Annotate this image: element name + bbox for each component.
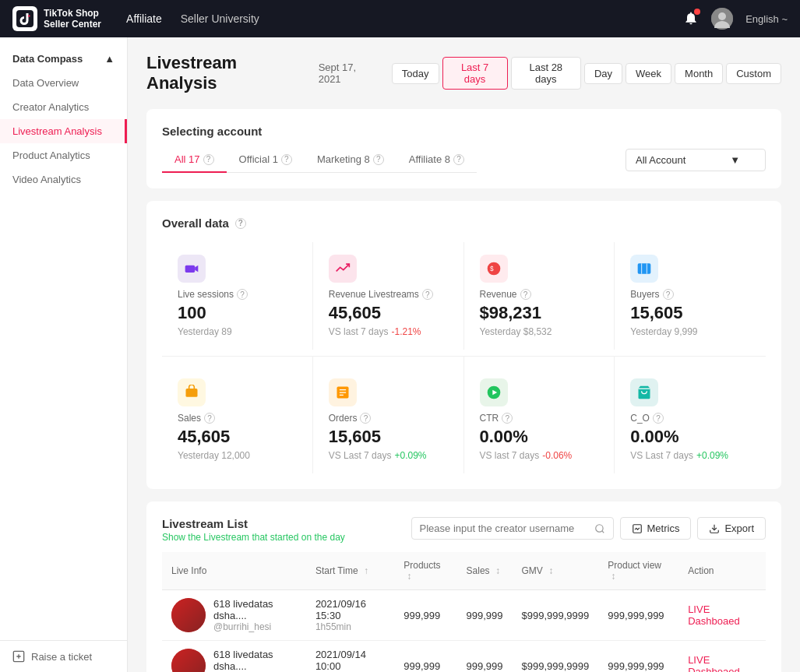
table-body: 618 livedatas dsha.... @burrihi_hesi 202…: [162, 590, 766, 673]
ctr-value: 0.00%: [480, 427, 599, 447]
sort-start-time-icon: ↑: [364, 565, 368, 576]
account-tab-marketing[interactable]: Marketing 8 ?: [305, 147, 396, 173]
filter-month[interactable]: Month: [675, 63, 723, 84]
dashboard-link[interactable]: LIVE Dashboaed: [688, 603, 740, 627]
help-icon-all[interactable]: ?: [203, 154, 214, 165]
help-icon-buyers[interactable]: ?: [663, 289, 674, 300]
sales-label: Sales: [178, 413, 201, 424]
selecting-account-title: Selecting account: [162, 125, 766, 138]
buyers-compare: Yesterday 9,999: [630, 326, 750, 337]
filter-today[interactable]: Today: [392, 63, 439, 84]
account-tab-all[interactable]: All 17 ?: [162, 147, 227, 173]
overall-data-header: Overall data ?: [162, 216, 766, 230]
products-cell: 999,999: [394, 590, 456, 641]
live-sessions-label: Live sessions: [178, 289, 234, 300]
sort-products-icon: ↕: [407, 571, 411, 582]
metrics-button[interactable]: Metrics: [620, 517, 692, 540]
help-icon-revenue[interactable]: ?: [520, 289, 531, 300]
live-sessions-icon: [178, 255, 206, 283]
dashboard-link[interactable]: LIVE Dashboaed: [688, 654, 740, 672]
help-icon-overall[interactable]: ?: [235, 218, 246, 229]
revenue-value: $98,231: [480, 303, 599, 323]
overall-data-title: Overall data: [162, 216, 229, 230]
live-sessions-compare: Yesterday 89: [178, 326, 297, 337]
start-time-cell: 2021/09/14 10:00 5h23min: [306, 641, 394, 673]
orders-compare: VS Last 7 days +0.09%: [329, 450, 448, 461]
overall-data-card: Overall data ? Live sessions ? 100 Yeste…: [146, 201, 781, 489]
sales-cell: 999,999: [457, 590, 513, 641]
help-icon-sales[interactable]: ?: [204, 413, 215, 424]
metrics-row-2: Sales ? 45,605 Yesterday 12,000 Orders ?: [162, 356, 766, 473]
account-tab-affiliate[interactable]: Affiliate 8 ?: [396, 147, 477, 173]
sidebar-item-product-analytics[interactable]: Product Analytics: [0, 143, 127, 167]
account-selector[interactable]: All Account ▼: [626, 149, 766, 171]
buyers-value: 15,605: [630, 303, 750, 323]
col-sales[interactable]: Sales ↕: [457, 552, 513, 590]
help-icon-affiliate[interactable]: ?: [453, 154, 464, 165]
help-icon-live-sessions[interactable]: ?: [237, 289, 248, 300]
col-gmv[interactable]: GMV ↕: [513, 552, 599, 590]
account-tab-official[interactable]: Official 1 ?: [227, 147, 305, 173]
filter-last28[interactable]: Last 28 days: [511, 57, 581, 90]
bell-icon[interactable]: [683, 10, 699, 28]
search-box[interactable]: [411, 517, 614, 540]
help-icon-co[interactable]: ?: [653, 413, 664, 424]
list-header: Livestream List Show the Livestream that…: [162, 517, 766, 543]
help-icon-orders[interactable]: ?: [360, 413, 371, 424]
collapse-icon: ▲: [104, 53, 115, 65]
revenue-livestreams-icon: [329, 255, 357, 283]
ctr-trend: -0.06%: [542, 450, 572, 461]
filter-day[interactable]: Day: [584, 63, 622, 84]
sales-icon: [178, 378, 206, 406]
table-head: Live Info Start Time ↑ Products ↕ Sales: [162, 552, 766, 590]
sidebar-item-video-analytics[interactable]: Video Analytics: [0, 167, 127, 192]
chevron-down-icon: ▼: [730, 154, 740, 166]
col-start-time[interactable]: Start Time ↑: [306, 552, 394, 590]
revenue-icon: $: [480, 255, 508, 283]
sidebar-section-header[interactable]: Data Compass ▲: [0, 47, 127, 71]
search-icon: [594, 523, 605, 534]
col-product-view[interactable]: Product view ↕: [598, 552, 678, 590]
revenue-livestreams-value: 45,605: [329, 303, 448, 323]
co-trend: +0.09%: [696, 450, 728, 461]
header-right: English ~: [683, 8, 788, 30]
filter-custom[interactable]: Custom: [726, 63, 781, 84]
help-icon-marketing[interactable]: ?: [373, 154, 384, 165]
sidebar-item-data-overview[interactable]: Data Overview: [0, 71, 127, 95]
svg-rect-7: [638, 263, 651, 273]
co-value: 0.00%: [630, 427, 750, 447]
help-icon-revenue-ls[interactable]: ?: [422, 289, 433, 300]
orders-trend: +0.09%: [394, 450, 426, 461]
list-title: Livestream List: [162, 517, 345, 530]
filter-last7[interactable]: Last 7 days: [442, 57, 508, 90]
account-select-dropdown[interactable]: All Account ▼: [626, 149, 766, 171]
sidebar-item-creator-analytics[interactable]: Creator Analytics: [0, 95, 127, 119]
nav-seller-university[interactable]: Seller University: [181, 12, 259, 25]
live-info-cell: 618 livedatas dsha.... @burrihi_hesi: [171, 649, 297, 672]
revenue-ls-trend: -1.21%: [391, 326, 421, 337]
sidebar-footer[interactable]: Raise a ticket: [0, 640, 127, 672]
live-info-cell: 618 livedatas dsha.... @burrihi_hesi: [171, 598, 297, 632]
nav-affiliate[interactable]: Affiliate: [126, 12, 162, 25]
col-live-info: Live Info: [162, 552, 306, 590]
gmv-cell: $999,999,9999: [513, 590, 599, 641]
filter-week[interactable]: Week: [626, 63, 671, 84]
live-sessions-value: 100: [178, 303, 297, 323]
sidebar-item-livestream-analysis[interactable]: Livestream Analysis: [0, 119, 127, 143]
avatar[interactable]: [711, 8, 733, 30]
logo[interactable]: TikTok ShopSeller Center: [12, 6, 101, 31]
orders-value: 15,605: [329, 427, 448, 447]
co-compare: VS Last 7 days +0.09%: [630, 450, 750, 461]
language-selector[interactable]: English ~: [745, 13, 788, 25]
table-row: 618 livedatas dsha.... @burrihi_hesi 202…: [162, 641, 766, 673]
list-title-section: Livestream List Show the Livestream that…: [162, 517, 345, 543]
search-input[interactable]: [420, 522, 590, 534]
svg-rect-4: [185, 266, 196, 273]
raise-ticket-label: Raise a ticket: [31, 651, 92, 663]
col-products[interactable]: Products ↕: [394, 552, 456, 590]
metric-revenue: $ Revenue ? $98,231 Yesterday $8,532: [464, 242, 615, 350]
help-icon-official[interactable]: ?: [281, 154, 292, 165]
export-button[interactable]: Export: [697, 517, 766, 540]
help-icon-ctr[interactable]: ?: [502, 413, 513, 424]
svg-point-12: [595, 524, 602, 531]
